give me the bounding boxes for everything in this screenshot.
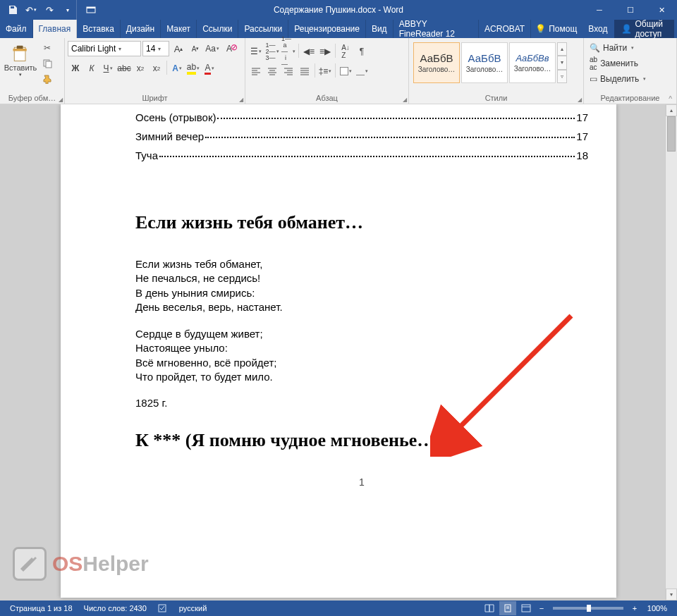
document-page[interactable]: Осень (отрывок)17 Зимний вечер17 Туча18 … [61, 104, 616, 598]
tab-layout[interactable]: Макет [161, 20, 197, 38]
replace-icon: abac [590, 56, 597, 71]
document-text[interactable]: Если жизнь тебя обманет, Не печалься, не… [135, 257, 588, 314]
zoom-level[interactable]: 100% [642, 604, 673, 612]
group-label-styles: Стили◢ [409, 93, 583, 104]
tab-design[interactable]: Дизайн [121, 20, 161, 38]
toc-entry[interactable]: Зимний вечер17 [135, 130, 588, 142]
save-icon[interactable] [4, 1, 21, 18]
view-read-icon[interactable] [481, 601, 498, 615]
select-button[interactable]: ▭Выделить▾ [587, 73, 649, 85]
font-size-combo[interactable]: 14▾ [142, 41, 169, 56]
scroll-thumb[interactable] [667, 116, 676, 152]
tab-insert[interactable]: Вставка [77, 20, 121, 38]
underline-icon[interactable]: Ч▾ [100, 61, 116, 76]
document-text[interactable]: Сердце в будущем живет; Настоящее уныло:… [135, 327, 588, 384]
group-font: Calibri Light▾ 14▾ A▴ A▾ Aa▾ A⊘ Ж К Ч▾ a… [65, 38, 245, 104]
close-button[interactable]: ✕ [646, 0, 677, 20]
group-clipboard: Вставить ▾ ✂ Буфер обм…◢ [0, 38, 65, 104]
highlight-icon[interactable]: ab▾ [185, 61, 201, 76]
copy-icon[interactable] [39, 56, 55, 70]
cut-icon[interactable]: ✂ [39, 41, 55, 55]
toc-entry[interactable]: Туча18 [135, 149, 588, 161]
tab-finereader[interactable]: ABBYY FineReader 12 [394, 20, 479, 38]
group-styles: АаБбВЗаголово… АаБбВЗаголово… АаБбВвЗаго… [409, 38, 584, 104]
style-heading3[interactable]: АаБбВвЗаголово… [509, 42, 556, 83]
quick-access-toolbar: ↶▾ ↷ ▾ [0, 1, 76, 18]
show-marks-icon[interactable]: ¶ [354, 44, 370, 59]
align-center-icon[interactable] [264, 63, 280, 79]
paste-button[interactable]: Вставить ▾ [3, 41, 38, 78]
subscript-icon[interactable]: x2 [133, 61, 148, 76]
qat-customize-icon[interactable]: ▾ [59, 1, 76, 18]
grow-font-icon[interactable]: A▴ [171, 41, 186, 56]
status-words[interactable]: Число слов: 2430 [78, 604, 152, 612]
redo-icon[interactable]: ↷ [41, 1, 58, 18]
tab-home[interactable]: Главная [33, 20, 78, 38]
vertical-scrollbar[interactable]: ▴ ▾ [665, 104, 677, 600]
svg-rect-12 [522, 605, 530, 612]
styles-gallery[interactable]: АаБбВЗаголово… АаБбВЗаголово… АаБбВвЗаго… [412, 41, 568, 85]
view-print-icon[interactable] [499, 601, 516, 615]
outdent-icon[interactable]: ◀≡ [301, 44, 317, 59]
document-heading[interactable]: Если жизнь тебя обманет… [135, 212, 588, 233]
share-icon: 👤 [621, 24, 632, 34]
status-language[interactable]: русский [173, 604, 212, 612]
tab-view[interactable]: Вид [366, 20, 394, 38]
status-proofing-icon[interactable] [152, 603, 173, 613]
sort-icon[interactable]: A↓Z [338, 44, 353, 59]
superscript-icon[interactable]: x2 [149, 61, 164, 76]
scroll-up-icon[interactable]: ▴ [666, 104, 677, 116]
align-left-icon[interactable] [248, 63, 264, 79]
ribbon-options-icon[interactable] [76, 0, 104, 20]
collapse-ribbon-icon[interactable]: ^ [666, 95, 675, 103]
undo-icon[interactable]: ↶▾ [23, 1, 39, 18]
shading-icon[interactable]: ▾ [338, 63, 353, 79]
styles-scroll[interactable]: ▴▾▿ [557, 42, 567, 83]
numbering-icon[interactable]: 1—2—3—▾ [264, 44, 280, 59]
tab-acrobat[interactable]: ACROBAT [479, 20, 531, 38]
minimize-button[interactable]: ─ [584, 0, 615, 20]
replace-button[interactable]: abacЗаменить [587, 55, 649, 72]
borders-icon[interactable]: ▾ [354, 63, 370, 79]
strike-icon[interactable]: abc [116, 61, 132, 76]
zoom-in-button[interactable]: + [629, 604, 640, 612]
justify-icon[interactable] [297, 63, 312, 79]
line-spacing-icon[interactable]: ‡≡▾ [317, 63, 333, 79]
document-text[interactable]: 1825 г. [135, 397, 588, 409]
launcher-icon[interactable]: ◢ [578, 97, 582, 103]
status-page[interactable]: Страница 1 из 18 [4, 604, 78, 612]
zoom-slider[interactable] [553, 607, 623, 610]
style-heading2[interactable]: АаБбВЗаголово… [461, 42, 508, 83]
italic-icon[interactable]: К [84, 61, 99, 76]
bold-icon[interactable]: Ж [68, 61, 83, 76]
toc-entry[interactable]: Осень (отрывок)17 [135, 111, 588, 123]
signin-button[interactable]: Вход [584, 24, 611, 34]
view-web-icon[interactable] [518, 601, 535, 615]
tell-me-button[interactable]: 💡Помощ [531, 24, 581, 34]
bullets-icon[interactable]: ☰▾ [248, 44, 264, 59]
share-button[interactable]: 👤Общий доступ [614, 20, 674, 38]
font-color-icon[interactable]: A▾ [202, 61, 217, 76]
tab-review[interactable]: Рецензирование [288, 20, 366, 38]
find-button[interactable]: 🔍Найти▾ [587, 42, 649, 54]
maximize-button[interactable]: ☐ [615, 0, 646, 20]
launcher-icon[interactable]: ◢ [239, 97, 243, 103]
shrink-font-icon[interactable]: A▾ [188, 41, 203, 56]
launcher-icon[interactable]: ◢ [59, 97, 63, 103]
font-name-combo[interactable]: Calibri Light▾ [68, 41, 141, 56]
format-painter-icon[interactable] [39, 72, 55, 86]
clear-format-icon[interactable]: A⊘ [221, 41, 237, 56]
indent-icon[interactable]: ≡▶ [317, 44, 333, 59]
multilevel-icon[interactable]: 1— a— i—▾ [281, 44, 296, 59]
zoom-out-button[interactable]: − [536, 604, 547, 612]
svg-rect-6 [46, 61, 51, 68]
change-case-icon[interactable]: Aa▾ [205, 41, 220, 56]
tab-references[interactable]: Ссылки [197, 20, 238, 38]
launcher-icon[interactable]: ◢ [403, 97, 407, 103]
align-right-icon[interactable] [281, 63, 296, 79]
text-effects-icon[interactable]: A▾ [169, 61, 185, 76]
style-heading1[interactable]: АаБбВЗаголово… [413, 42, 460, 83]
tab-file[interactable]: Файл [0, 20, 33, 38]
document-heading[interactable]: К *** (Я помню чудное мгновенье…) [135, 430, 588, 451]
scroll-down-icon[interactable]: ▾ [666, 589, 677, 600]
